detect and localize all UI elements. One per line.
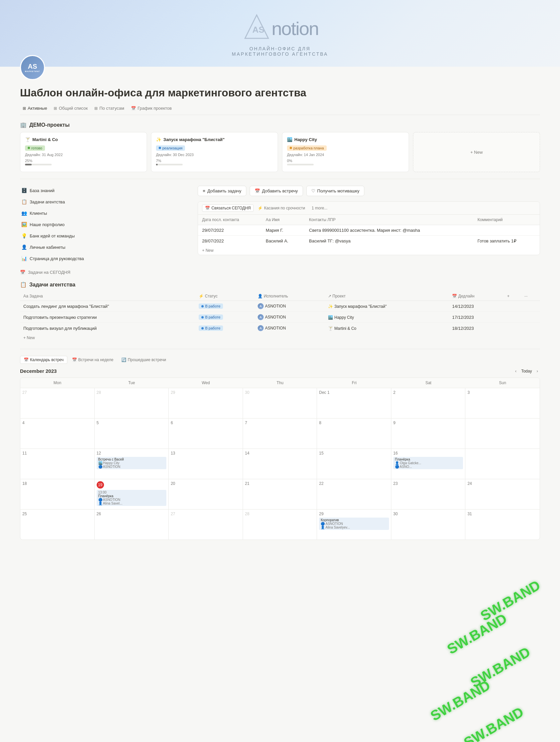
project-card-martini[interactable]: 🍸 Martini & Co готово Дедлайн: 31 Aug 20… xyxy=(20,132,147,172)
event-plannerka-19-title: Планёрка xyxy=(98,494,165,498)
task-status-1: В работе xyxy=(195,301,254,312)
task-more-2 xyxy=(521,312,540,323)
contact-row-1[interactable]: 29/07/2022 Мария Г. Света 89990001100 ас… xyxy=(198,225,540,236)
cal-cell-4: 4 xyxy=(20,419,95,448)
contacts-tab-more[interactable]: 1 more... xyxy=(309,205,330,211)
task-row-2[interactable]: Подготовить презентацию стратегии В рабо… xyxy=(20,312,540,323)
tab-status[interactable]: ⊞ По статусам xyxy=(92,104,127,112)
calendar-nav: ‹ Today › xyxy=(513,368,540,374)
add-task-button[interactable]: ≡ Добавить задачу xyxy=(198,186,246,196)
tasks-section: 📋 Задачи агентства Аа Задача ⚡ Статус 👤 … xyxy=(20,281,540,342)
contacts-table: Дата посл. контакта Аа Имя Контакты ЛПР … xyxy=(198,215,540,246)
progress-label-blistay: 7% xyxy=(156,159,273,163)
logo-marketing-text: МАРКЕТИНГ xyxy=(25,70,40,72)
progress-bar-bg-martini xyxy=(25,164,52,165)
contact-info-1: Света 89990001100 ассистентка. Мария инс… xyxy=(305,225,473,236)
contact-date-2: 28/07/2022 xyxy=(198,236,262,247)
event-corporate[interactable]: Корпоратив 🔵 ASNOTION 👤 Alina Savelyev..… xyxy=(319,518,389,530)
cal-tab-week[interactable]: 📅 Встречи на неделе xyxy=(69,356,117,364)
cal-cell-29: 29 Корпоратив 🔵 ASNOTION 👤 Alina Savelye… xyxy=(317,510,391,540)
task-row-3[interactable]: Подготовить визуал для публикаций В рабо… xyxy=(20,323,540,334)
tab-list-label: Общий список xyxy=(59,106,88,111)
contacts-tab-today[interactable]: 📅 Связаться СЕГОДНЯ xyxy=(202,204,254,212)
cal-week-4: 18 19 13:00 Планёрка 🔵 ASNOTION 👤 Alina … xyxy=(20,479,540,510)
cal-tab-calendar[interactable]: 📅 Календарь встреч xyxy=(20,356,67,364)
progress-bar-fill-blistay xyxy=(156,164,158,165)
event-corporate-sub2: 👤 Alina Savelyev... xyxy=(321,526,387,529)
tab-gantt[interactable]: 📅 График проектов xyxy=(128,104,175,112)
cal-week-2: 4 5 6 7 8 9 xyxy=(20,419,540,449)
project-card-blistay[interactable]: ✨ Запуск марафона "Блистай" реализация Д… xyxy=(151,132,278,172)
tasks-today-header[interactable]: 📅 Задачи на СЕГОДНЯ xyxy=(20,270,540,275)
cal-cell-26: 26 xyxy=(95,510,169,540)
link-agency-tasks[interactable]: 📋 Задачи агентства xyxy=(20,197,191,206)
add-new-project-card[interactable]: + New xyxy=(413,132,540,172)
tasks-table: Аа Задача ⚡ Статус 👤 Исполнитель ↗ Проек… xyxy=(20,292,540,333)
cal-cell-12: 12 Встреча с Васей 🏙️ Happy City 🔵 ASNOT… xyxy=(95,449,169,479)
task-plus-1 xyxy=(504,301,521,312)
event-meeting-vasya[interactable]: Встреча с Васей 🏙️ Happy City 🔵 ASNOTION xyxy=(97,457,167,469)
cal-days-header: Mon Tue Wed Thu Fri Sat Sun xyxy=(20,378,540,388)
contacts-tab-urgency-icon: ⚡ xyxy=(258,206,263,210)
agency-tasks-icon: 📋 xyxy=(21,199,27,204)
management-label: Страница для руководства xyxy=(30,256,84,261)
cal-cell-31: 31 xyxy=(465,510,540,540)
event-plannerka-16[interactable]: Планёрка 👤 Olga Gatcke... 🔵 ASNO... xyxy=(393,457,463,469)
task-status-dot-1 xyxy=(201,305,204,308)
project-happycity-icon: 🏙️ xyxy=(287,137,292,142)
contacts-tab-urgency[interactable]: ⚡ Касания по срочности xyxy=(255,205,308,211)
action-buttons: ≡ Добавить задачу 📅 Добавить встречу ♡ П… xyxy=(198,186,540,196)
motivation-button[interactable]: ♡ Получить мотивашку xyxy=(306,186,365,196)
cal-cell-16: 16 Планёрка 👤 Olga Gatcke... 🔵 ASNO... xyxy=(391,449,466,479)
add-meeting-icon: 📅 xyxy=(255,189,260,194)
project-card-happycity[interactable]: 🏙️ Happy City разработка плана Дедлайн: … xyxy=(282,132,409,172)
tasks-section-header: 📋 Задачи агентства xyxy=(20,281,540,288)
contact-comment-2: Готов заплатить 1₽ xyxy=(473,236,540,247)
cal-today-button[interactable]: Today xyxy=(521,369,532,373)
tab-gantt-label: График проектов xyxy=(138,106,172,111)
assignee-avatar-2: A xyxy=(258,314,264,320)
cal-week-5: 25 26 27 28 29 Корпоратив 🔵 ASNOTION 👤 A… xyxy=(20,510,540,540)
task-name-2: Подготовить презентацию стратегии xyxy=(20,312,195,323)
tagline-line1: ОНЛАЙН-ОФИС ДЛЯ xyxy=(232,46,328,51)
tab-list[interactable]: ⊞ Общий список xyxy=(51,104,90,112)
cal-cell-25: 25 xyxy=(20,510,95,540)
link-knowledge-base[interactable]: 🗄️ База знаний xyxy=(20,186,191,195)
task-name-3: Подготовить визуал для публикаций xyxy=(20,323,195,334)
add-meeting-button[interactable]: 📅 Добавить встречу xyxy=(250,186,303,196)
link-clients[interactable]: 👥 Клиенты xyxy=(20,208,191,218)
cal-cell-13: 13 xyxy=(169,449,243,479)
event-plannerka-19[interactable]: 13:00 Планёрка 🔵 ASNOTION 👤 Alina Savel.… xyxy=(97,490,167,506)
personal-label: Личные кабинеты xyxy=(30,245,65,250)
contact-row-2[interactable]: 28/07/2022 Василий А. Василий ТГ: @vasya… xyxy=(198,236,540,247)
clients-icon: 👥 xyxy=(21,210,27,216)
status-badge-martini: готово xyxy=(25,145,45,151)
task-project-1: ✨ Запуск марафона "Блистай" xyxy=(325,301,449,312)
link-management[interactable]: 📊 Страница для руководства xyxy=(20,254,191,263)
task-assignee-1: A ASNOTION xyxy=(254,301,325,312)
task-plus-2 xyxy=(504,312,521,323)
contacts-tab-more-label: 1 more... xyxy=(312,206,327,210)
cal-cell-30: 30 xyxy=(391,510,466,540)
link-ideas[interactable]: 💡 Банк идей от команды xyxy=(20,231,191,241)
link-portfolio[interactable]: 🖼️ Наше портфолио xyxy=(20,220,191,229)
task-more-3 xyxy=(521,323,540,334)
task-row-1[interactable]: Создать лендинг для марафона "Блистай" В… xyxy=(20,301,540,312)
event-meeting-vasya-sub2: 🔵 ASNOTION xyxy=(98,465,165,469)
contacts-add-new[interactable]: + New xyxy=(198,246,540,255)
cal-cell-7: 7 xyxy=(243,419,317,448)
event-plannerka-16-sub1: 👤 Olga Gatcke... xyxy=(395,461,462,465)
progress-label-happycity: 0% xyxy=(287,159,404,163)
cal-cell-3-dec: 3 xyxy=(465,388,540,418)
cal-day-fri: Fri xyxy=(317,378,391,388)
tab-active[interactable]: ⊞ Активные xyxy=(20,104,50,112)
link-personal[interactable]: 👤 Личные кабинеты xyxy=(20,243,191,252)
cal-tab-week-label: Встречи на неделе xyxy=(78,358,113,362)
cal-day-tue: Tue xyxy=(95,378,169,388)
col-name: Аа Имя xyxy=(262,215,305,225)
cal-cell-15: 15 xyxy=(317,449,391,479)
cal-next-button[interactable]: › xyxy=(535,368,540,374)
cal-prev-button[interactable]: ‹ xyxy=(513,368,518,374)
tasks-add-new[interactable]: + New xyxy=(20,333,540,342)
cal-tab-past[interactable]: 🔄 Прошедшие встречи xyxy=(118,356,169,364)
